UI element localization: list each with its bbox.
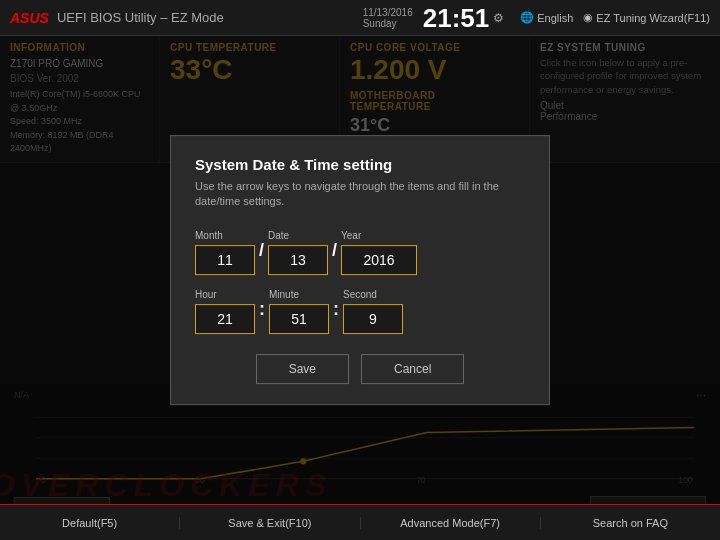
date-input[interactable] <box>268 245 328 275</box>
globe-icon: 🌐 <box>520 11 534 24</box>
second-field-group: Second <box>343 289 403 334</box>
time-row: Hour : Minute : Second <box>195 289 525 334</box>
hour-input[interactable] <box>195 304 255 334</box>
footer-save-exit-button[interactable]: Save & Exit(F10) <box>180 517 360 529</box>
hour-field-group: Hour <box>195 289 255 334</box>
date-label: Date <box>268 230 328 241</box>
month-input[interactable] <box>195 245 255 275</box>
date-display: 11/13/2016 Sunday <box>363 7 413 29</box>
date-sep-1: / <box>259 240 264 267</box>
year-field-group: Year <box>341 230 417 275</box>
footer-default-button[interactable]: Default(F5) <box>0 517 180 529</box>
time-sep-1: : <box>259 299 265 326</box>
footer-bar: Default(F5) Save & Exit(F10) Advanced Mo… <box>0 504 720 540</box>
footer-search-button[interactable]: Search on FAQ <box>541 517 720 529</box>
second-input[interactable] <box>343 304 403 334</box>
ez-tuning-wizard-button[interactable]: ◉ EZ Tuning Wizard(F11) <box>583 11 710 24</box>
minute-input[interactable] <box>269 304 329 334</box>
second-label: Second <box>343 289 403 300</box>
footer-search-label: Search on FAQ <box>593 517 668 529</box>
modal-title: System Date & Time setting <box>195 156 525 173</box>
year-label: Year <box>341 230 417 241</box>
footer-default-label: Default(F5) <box>62 517 117 529</box>
month-field-group: Month <box>195 230 255 275</box>
footer-advanced-label: Advanced Mode(F7) <box>400 517 500 529</box>
modal-subtitle: Use the arrow keys to navigate through t… <box>195 179 525 210</box>
minute-label: Minute <box>269 289 329 300</box>
year-input[interactable] <box>341 245 417 275</box>
top-bar: ASUS UEFI BIOS Utility – EZ Mode 11/13/2… <box>0 0 720 36</box>
cancel-button[interactable]: Cancel <box>361 354 464 384</box>
date-sep-2: / <box>332 240 337 267</box>
date-row: Month / Date / Year <box>195 230 525 275</box>
clock-time: 21:51 <box>423 5 490 31</box>
asus-logo: ASUS <box>10 10 49 26</box>
minute-field-group: Minute <box>269 289 329 334</box>
clock-settings-icon[interactable]: ⚙ <box>493 11 504 25</box>
wizard-icon: ◉ <box>583 11 593 24</box>
language-button[interactable]: 🌐 English <box>520 11 573 24</box>
footer-save-exit-label: Save & Exit(F10) <box>228 517 311 529</box>
save-button[interactable]: Save <box>256 354 349 384</box>
footer-advanced-button[interactable]: Advanced Mode(F7) <box>361 517 541 529</box>
modal-buttons: Save Cancel <box>195 354 525 384</box>
hour-label: Hour <box>195 289 255 300</box>
month-label: Month <box>195 230 255 241</box>
bios-title: UEFI BIOS Utility – EZ Mode <box>57 10 224 25</box>
date-time-modal: System Date & Time setting Use the arrow… <box>170 135 550 405</box>
date-field-group: Date <box>268 230 328 275</box>
time-sep-2: : <box>333 299 339 326</box>
